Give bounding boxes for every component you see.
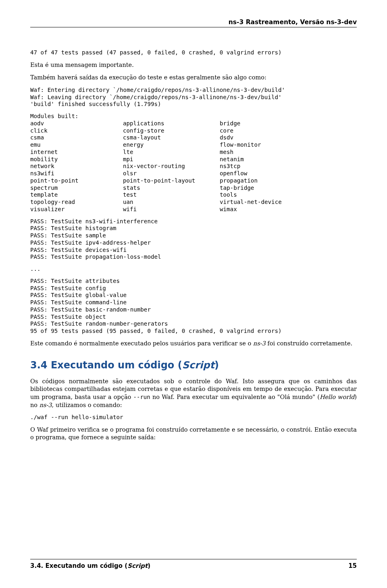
paragraph-2: Também haverá saídas da execução do test… <box>30 74 357 82</box>
footer-left-ital: Script <box>127 562 148 569</box>
modules-label: Modules built: <box>30 113 357 120</box>
section-heading: 3.4 Executando um código (Script) <box>30 359 357 372</box>
paragraph-4: Os códigos normalmente são executados so… <box>30 378 357 409</box>
para4-d: , utilizamos o comando: <box>52 402 122 408</box>
para4-ital: Hello world <box>320 394 354 400</box>
footer-rule <box>30 559 357 559</box>
modules-col1: aodvclickcsmaemuinternetmobilitynetworkn… <box>30 120 123 213</box>
header-rule <box>30 27 357 27</box>
pass-block-2: PASS: TestSuite attributes PASS: TestSui… <box>30 278 357 335</box>
section-title-close: ) <box>214 359 219 371</box>
section-number: 3.4 <box>30 359 48 371</box>
para3-post: foi construído corretamente. <box>266 340 352 347</box>
footer-left-prefix: 3.4. Executando um código ( <box>30 562 127 569</box>
waf-output: Waf: Entering directory `/home/craigdo/r… <box>30 87 357 108</box>
para3-pre: Este comando é normalmente executado pel… <box>30 340 253 347</box>
command-line: ./waf --run hello-simulator <box>30 414 357 421</box>
modules-col3: bridgecoredsdvflow-monitormeshnetanimns3… <box>220 120 357 213</box>
para4-b: no Waf. Para executar um equivalente ao … <box>150 394 320 400</box>
para3-ital: ns-3 <box>253 340 266 347</box>
para4-ital2: ns-3 <box>40 402 52 408</box>
pass-block-1: PASS: TestSuite ns3-wifi-interference PA… <box>30 218 357 261</box>
footer-page-number: 15 <box>348 562 357 570</box>
para4-code: --run <box>133 394 150 400</box>
ellipsis: ... <box>30 266 357 273</box>
modules-table: aodvclickcsmaemuinternetmobilitynetworkn… <box>30 120 357 213</box>
paragraph-1: Esta é uma mensagem importante. <box>30 61 357 69</box>
paragraph-3: Este comando é normalmente executado pel… <box>30 340 357 348</box>
section-title-ital: Script <box>182 359 214 371</box>
doc-header-title: ns-3 Rastreamento, Versão ns-3-dev <box>229 18 357 27</box>
section-title-plain: Executando um código ( <box>51 359 182 371</box>
page-footer: 3.4. Executando um código (Script) 15 <box>30 559 357 570</box>
paragraph-5: O Waf primeiro verifica se o programa fo… <box>30 426 357 442</box>
modules-col2: applicationsconfig-storecsma-layoutenerg… <box>123 120 220 213</box>
footer-left: 3.4. Executando um código (Script) <box>30 562 150 570</box>
summary-line: 47 of 47 tests passed (47 passed, 0 fail… <box>30 49 357 56</box>
footer-left-suffix: ) <box>148 562 150 569</box>
